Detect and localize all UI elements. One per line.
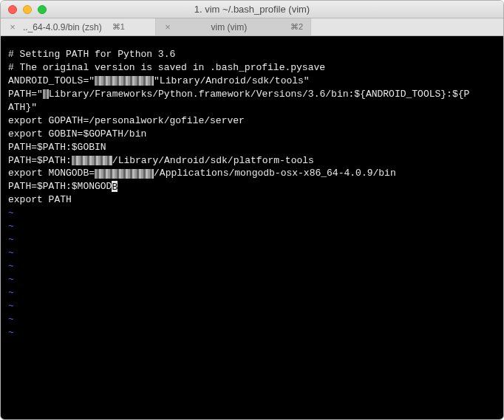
vim-empty-line: ~	[8, 300, 496, 313]
vim-empty-line: ~	[8, 273, 496, 286]
vim-text-line: export GOBIN=$GOPATH/bin	[8, 128, 496, 141]
tab-label: vim (vim)	[178, 22, 280, 32]
terminal-viewport[interactable]: # Setting PATH for Python 3.6# The origi…	[1, 36, 503, 419]
vim-empty-line: ~	[8, 233, 496, 247]
code-text: "Library/Android/sdk/tools"	[154, 75, 310, 86]
vim-text-line: ATH}"	[8, 101, 496, 114]
code-text: ATH}"	[8, 102, 37, 113]
vim-empty-line: ~	[8, 326, 496, 340]
vim-empty-line: ~	[8, 220, 496, 233]
tab-shortcut: ⌘2	[290, 22, 303, 32]
window-title: 1. vim ~/.bash_profile (vim)	[1, 4, 503, 15]
vim-text-line: export GOPATH=/personalwork/gofile/serve…	[8, 114, 496, 128]
redacted-text	[43, 89, 49, 99]
code-text: PATH=$PATH:	[8, 155, 72, 166]
code-text: PATH=$PATH:$GOBIN	[8, 142, 106, 153]
tab-bar: ×.._64-4.0.9/bin (zsh)⌘1×vim (vim)⌘2	[1, 18, 503, 36]
vim-empty-line: ~	[8, 313, 496, 326]
terminal-tab[interactable]: ×vim (vim)⌘2	[156, 18, 311, 35]
redacted-text	[95, 76, 154, 86]
vim-text-line: PATH=$PATH:$MONGODB	[8, 180, 496, 193]
code-text: # Setting PATH for Python 3.6	[8, 49, 175, 60]
code-text: export PATH	[8, 194, 72, 205]
traffic-lights	[1, 5, 47, 14]
vim-text-line: PATH=$PATH:/Library/Android/sdk/platform…	[8, 154, 496, 168]
redacted-text	[72, 156, 112, 165]
code-text: Library/Frameworks/Python.framework/Vers…	[49, 89, 470, 100]
code-text: ANDROID_TOOLS="	[8, 75, 95, 86]
vim-empty-line: ~	[8, 286, 496, 300]
vim-empty-line: ~	[8, 247, 496, 260]
vim-text-line: # Setting PATH for Python 3.6	[8, 48, 496, 61]
minimize-window-button[interactable]	[23, 5, 32, 14]
vim-text-line: export MONGODB=/Applications/mongodb-osx…	[8, 167, 496, 180]
code-text: export MONGODB=	[8, 168, 95, 179]
close-icon[interactable]: ×	[163, 21, 172, 32]
vim-text-line: # The original version is saved in .bash…	[8, 61, 496, 75]
tab-label: .._64-4.0.9/bin (zsh)	[23, 22, 102, 32]
code-text: PATH="	[8, 89, 43, 100]
close-window-button[interactable]	[8, 5, 17, 14]
window-titlebar: 1. vim ~/.bash_profile (vim)	[1, 1, 503, 18]
code-text: # The original version is saved in .bash…	[8, 62, 325, 73]
vim-text-line: ANDROID_TOOLS=""Library/Android/sdk/tool…	[8, 75, 496, 88]
text-cursor: B	[112, 181, 118, 192]
vim-empty-line: ~	[8, 207, 496, 220]
code-text: /Library/Android/sdk/platform-tools	[112, 155, 314, 166]
redacted-text	[95, 169, 154, 179]
vim-text-line: PATH="Library/Frameworks/Python.framewor…	[8, 88, 496, 101]
tab-shortcut: ⌘1	[112, 22, 125, 32]
vim-empty-line: ~	[8, 260, 496, 273]
zoom-window-button[interactable]	[38, 5, 47, 14]
vim-text-line: export PATH	[8, 193, 496, 207]
code-text: export GOBIN=$GOPATH/bin	[8, 128, 146, 140]
code-text: /Applications/mongodb-osx-x86_64-4.0.9/b…	[154, 168, 396, 179]
code-text: export GOPATH=/personalwork/gofile/serve…	[8, 115, 245, 126]
vim-text-line: PATH=$PATH:$GOBIN	[8, 141, 496, 154]
close-icon[interactable]: ×	[8, 21, 17, 32]
terminal-tab[interactable]: ×.._64-4.0.9/bin (zsh)⌘1	[1, 18, 156, 35]
code-text: PATH=$PATH:$MONGOD	[8, 181, 112, 192]
